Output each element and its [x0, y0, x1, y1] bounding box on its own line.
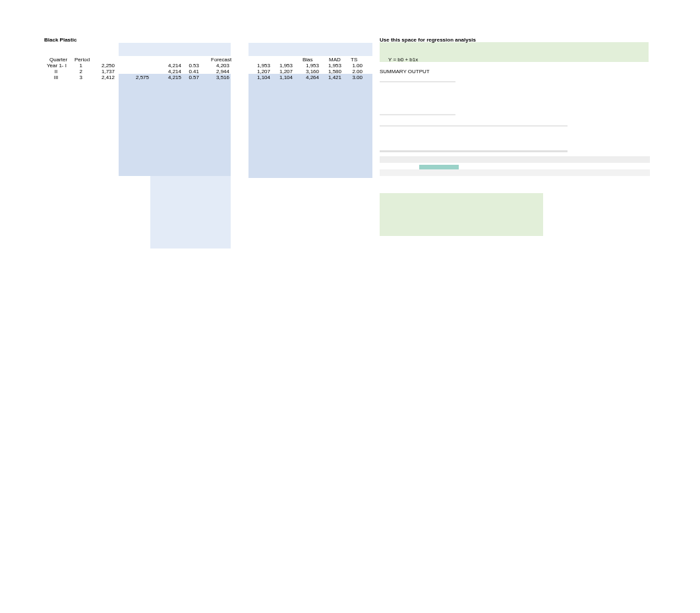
rr3-b: 1,104 [272, 74, 293, 81]
r3-f: 4,215 [161, 74, 181, 81]
spreadsheet-sheet: Black Plastic Use this space for regress… [0, 0, 700, 613]
regression-equation: Y = b0 + b1x [388, 57, 418, 63]
summary-output-label: SUMMARY OUTPUT [380, 69, 430, 75]
rr3-ts: 3.00 [345, 74, 363, 81]
sheet-title: Black Plastic [44, 37, 76, 44]
r3-v: 2,412 [92, 74, 115, 81]
rr3-bias: 4,264 [298, 74, 319, 81]
r3-p: 3 [71, 74, 82, 81]
r3-fc: 3,516 [208, 74, 229, 81]
r3-q: III [53, 74, 59, 81]
rr3-mad: 1,421 [320, 74, 341, 81]
r3-m: 2,575 [127, 74, 149, 81]
regression-title: Use this space for regression analysis [380, 37, 476, 44]
rr3-a: 1,104 [249, 74, 270, 81]
r3-r: 0.57 [185, 74, 199, 81]
